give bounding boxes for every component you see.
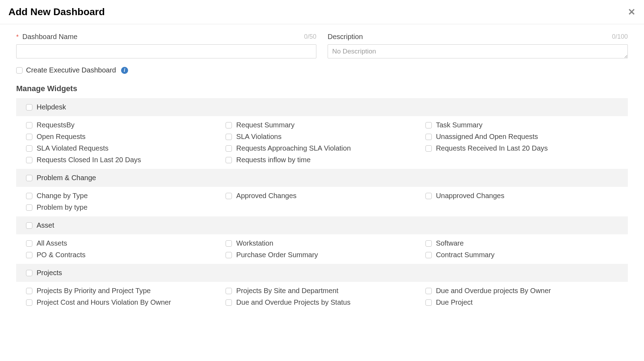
manage-widgets-title: Manage Widgets [16,84,628,93]
close-icon[interactable]: ✕ [628,7,636,17]
widget-checkbox[interactable] [226,122,232,128]
widget-checkbox[interactable] [226,157,232,163]
name-label-row: * Dashboard Name 0/50 [16,33,316,41]
category-label: Problem & Change [37,174,96,182]
widget-checkbox[interactable] [226,299,232,306]
widget-checkbox[interactable] [26,252,32,258]
widget-checkbox[interactable] [425,134,432,140]
widget-category-header: Helpdesk [16,98,628,116]
widget-checkbox[interactable] [26,122,32,128]
widget-item: Due and Overdue Projects by Status [226,298,418,307]
dashboard-name-group: * Dashboard Name 0/50 [16,33,316,60]
widget-checkbox[interactable] [226,193,232,199]
widget-item-label: Projects By Site and Department [236,287,338,295]
widget-item-label: Requests inflow by time [236,156,310,164]
widget-checkbox[interactable] [226,288,232,294]
widget-checkbox[interactable] [226,240,232,247]
widget-items-grid: All AssetsWorkstationSoftwarePO & Contra… [16,234,628,264]
widget-item: Purchase Order Summary [226,250,418,260]
name-label-wrap: * Dashboard Name [16,33,77,41]
widget-item: Open Requests [26,132,219,141]
modal-header: Add New Dashboard ✕ [0,0,644,24]
widget-item-label: Problem by type [37,203,88,211]
widget-checkbox[interactable] [26,204,32,211]
widget-checkbox[interactable] [425,122,432,128]
widget-checkbox[interactable] [425,193,432,199]
widget-item: SLA Violated Requests [26,144,219,153]
widget-item-label: Due and Overdue Projects by Status [236,298,351,306]
modal-body: * Dashboard Name 0/50 Description 0/100 … [0,24,644,311]
widget-item: Projects By Priority and Project Type [26,286,219,296]
widget-item: Projects By Site and Department [226,286,418,296]
widget-checkbox[interactable] [26,145,32,152]
widget-item-label: PO & Contracts [37,251,86,259]
widget-item-label: Unassigned And Open Requests [436,133,538,141]
category-label: Projects [37,269,62,277]
required-asterisk: * [16,33,19,40]
widget-item: Software [425,239,618,248]
widget-item-label: Due and Overdue projects By Owner [436,287,551,295]
widget-item-label: Request Summary [236,121,295,129]
widget-item: RequestsBy [26,120,219,130]
widget-item: Approved Changes [226,191,418,201]
widget-checkbox[interactable] [26,288,32,294]
widget-category-header: Problem & Change [16,169,628,187]
widget-item-label: Projects By Priority and Project Type [37,287,151,295]
widget-item-label: Open Requests [37,133,86,141]
widget-checkbox[interactable] [26,134,32,140]
category-checkbox[interactable] [26,270,32,276]
dashboard-name-label: Dashboard Name [22,33,77,40]
widget-item-label: Contract Summary [436,251,495,259]
widget-item: Request Summary [226,120,418,130]
widget-item-label: Task Summary [436,121,482,129]
widget-item-label: SLA Violations [236,133,282,141]
widget-checkbox[interactable] [425,288,432,294]
widget-item-label: Requests Approaching SLA Violation [236,144,351,152]
category-label: Asset [37,221,54,229]
widget-items-grid: Change by TypeApproved ChangesUnapproved… [16,187,628,216]
desc-char-counter: 0/100 [612,33,628,40]
widget-checkbox[interactable] [425,252,432,258]
widget-checkbox[interactable] [26,157,32,163]
widget-checkbox[interactable] [425,145,432,152]
widget-checkbox[interactable] [226,145,232,152]
category-label: Helpdesk [37,103,66,111]
exec-dashboard-label: Create Executive Dashboard [26,66,116,74]
description-group: Description 0/100 [328,33,628,60]
widget-item: Unassigned And Open Requests [425,132,618,141]
description-label: Description [328,33,363,41]
widget-item: Change by Type [26,191,219,201]
info-icon[interactable]: i [121,67,128,74]
widget-item-label: Requests Closed In Last 20 Days [37,156,141,164]
widgets-container: HelpdeskRequestsByRequest SummaryTask Su… [16,98,628,311]
add-dashboard-modal: Add New Dashboard ✕ * Dashboard Name 0/5… [0,0,644,311]
widget-checkbox[interactable] [26,193,32,199]
desc-label-row: Description 0/100 [328,33,628,41]
widget-checkbox[interactable] [26,240,32,247]
widget-item: Requests Closed In Last 20 Days [26,155,219,165]
widget-category-header: Projects [16,264,628,282]
widget-checkbox[interactable] [425,299,432,306]
dashboard-name-input[interactable] [16,44,316,58]
category-checkbox[interactable] [26,222,32,229]
widget-item-label: SLA Violated Requests [37,144,108,152]
widget-checkbox[interactable] [226,252,232,258]
widget-checkbox[interactable] [26,299,32,306]
widget-checkbox[interactable] [425,240,432,247]
widget-item-label: Purchase Order Summary [236,251,318,259]
description-input[interactable] [328,44,628,58]
widget-item-label: RequestsBy [37,121,75,129]
category-checkbox[interactable] [26,175,32,181]
widget-item-label: Project Cost and Hours Violation By Owne… [37,298,171,306]
exec-dashboard-checkbox[interactable] [16,67,23,74]
widget-item: Requests inflow by time [226,155,418,165]
widget-item: Unapproved Changes [425,191,618,201]
widget-item: Requests Approaching SLA Violation [226,144,418,153]
widget-item: SLA Violations [226,132,418,141]
widget-checkbox[interactable] [226,134,232,140]
category-checkbox[interactable] [26,104,32,110]
widget-item-label: Unapproved Changes [436,192,505,200]
widget-item: Requests Received In Last 20 Days [425,144,618,153]
widget-item: Project Cost and Hours Violation By Owne… [26,298,219,307]
widget-items-grid: Projects By Priority and Project TypePro… [16,282,628,311]
